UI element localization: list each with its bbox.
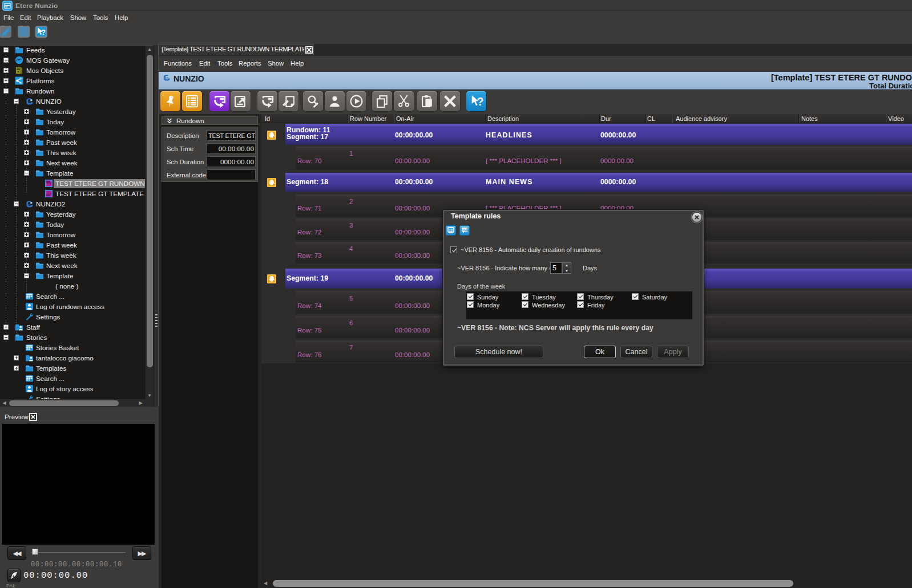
svg-text:HELP: HELP <box>462 229 468 232</box>
svg-text:?: ? <box>41 28 46 37</box>
svg-text:12: 12 <box>449 229 453 232</box>
svg-text:?: ? <box>477 95 483 108</box>
